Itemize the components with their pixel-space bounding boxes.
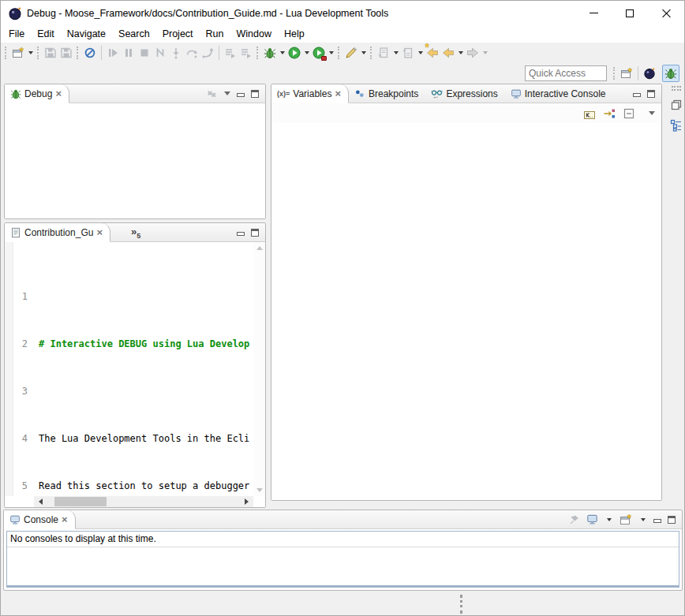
suspend-button[interactable]: [121, 44, 137, 62]
show-type-names-icon[interactable]: [583, 107, 596, 120]
use-step-filters-button[interactable]: [223, 44, 238, 62]
line-text[interactable]: Read this section to setup a debugger: [33, 480, 253, 492]
quick-access-input[interactable]: [525, 65, 607, 81]
tab-console[interactable]: Console ×: [4, 510, 76, 529]
skip-all-breakpoints-button[interactable]: [82, 44, 98, 62]
resume-button[interactable]: [105, 44, 121, 62]
back-button[interactable]: [440, 44, 456, 62]
menu-item[interactable]: File: [2, 26, 31, 42]
tab-breakpoints[interactable]: Breakpoints: [349, 84, 425, 103]
dropdown-arrow-icon[interactable]: [459, 51, 463, 54]
editor-body[interactable]: 1 2 # Interactive DEBUG using Lua Develo…: [5, 242, 265, 507]
scroll-right-icon[interactable]: [245, 498, 249, 505]
view-menu-icon[interactable]: [224, 91, 230, 95]
minimize-view-icon[interactable]: [237, 90, 245, 97]
dropdown-arrow-icon[interactable]: [361, 51, 366, 54]
scrollbar-thumb[interactable]: [54, 497, 107, 506]
previous-annotation-button[interactable]: [400, 44, 416, 62]
dropdown-arrow-icon[interactable]: [280, 51, 285, 54]
tab-interactive-console[interactable]: Interactive Console: [505, 84, 613, 103]
debug-perspective-button[interactable]: [662, 65, 679, 82]
save-all-button[interactable]: [58, 44, 74, 62]
debug-button[interactable]: [262, 44, 278, 62]
remove-all-terminated-icon[interactable]: [207, 88, 218, 99]
close-button[interactable]: [648, 1, 684, 25]
menu-item[interactable]: Window: [230, 26, 278, 42]
minimize-button[interactable]: [575, 1, 612, 25]
maximize-view-icon[interactable]: [251, 90, 259, 98]
minimize-view-icon[interactable]: [237, 229, 245, 236]
dropdown-arrow-icon[interactable]: [418, 51, 423, 54]
save-button[interactable]: [43, 44, 58, 62]
line-text[interactable]: [33, 291, 253, 303]
scroll-down-icon[interactable]: [256, 488, 263, 492]
show-logical-structure-icon[interactable]: [603, 107, 616, 120]
external-tools-button[interactable]: [311, 44, 327, 62]
view-menu-icon[interactable]: [649, 111, 655, 115]
console-content[interactable]: No consoles to display at this time.: [6, 531, 679, 588]
maximize-view-icon[interactable]: [668, 516, 676, 524]
open-search-dialog-button[interactable]: [343, 44, 359, 62]
scroll-up-icon[interactable]: [256, 246, 263, 250]
close-tab-icon[interactable]: ×: [335, 90, 341, 98]
open-console-icon[interactable]: [619, 513, 632, 526]
outline-view-icon[interactable]: [670, 119, 683, 132]
ldt-perspective-button[interactable]: [642, 65, 657, 82]
disconnect-icon: [154, 47, 167, 59]
run-button[interactable]: [286, 44, 302, 62]
forward-icon: [466, 47, 479, 59]
collapse-all-icon[interactable]: [623, 107, 635, 120]
line-text[interactable]: The Lua Development Tools in the Ecli: [33, 433, 253, 445]
horizontal-scrollbar[interactable]: [34, 496, 253, 507]
new-wizard-button[interactable]: [10, 44, 26, 62]
display-selected-console-icon[interactable]: [586, 513, 598, 525]
search-icon: [345, 47, 357, 59]
disconnect-button[interactable]: [152, 44, 168, 62]
menu-item[interactable]: Help: [278, 26, 311, 42]
dropdown-arrow-icon[interactable]: [607, 518, 612, 521]
scroll-left-icon[interactable]: [39, 498, 43, 505]
open-perspective-button[interactable]: [619, 65, 634, 82]
drop-to-frame-button[interactable]: [238, 44, 254, 62]
dropdown-arrow-icon[interactable]: [641, 518, 646, 521]
dropdown-arrow-icon[interactable]: [394, 51, 399, 54]
sash-drag-handle[interactable]: [460, 595, 462, 614]
step-over-button[interactable]: [184, 44, 200, 62]
maximize-button[interactable]: [612, 1, 648, 25]
tab-contribution-guide[interactable]: Contribution_Gu ×: [5, 223, 110, 242]
tab-expressions[interactable]: Expressions: [425, 84, 504, 103]
tab-debug[interactable]: Debug ×: [5, 84, 69, 103]
dropdown-arrow-icon[interactable]: [483, 51, 488, 54]
terminate-button[interactable]: [137, 44, 152, 62]
more-editors-icon[interactable]: »5: [131, 226, 140, 240]
step-into-button[interactable]: [168, 44, 184, 62]
tab-variables[interactable]: (x)= Variables ×: [271, 84, 349, 103]
line-text[interactable]: [33, 386, 253, 398]
variables-view-content[interactable]: [271, 123, 661, 500]
maximize-view-icon[interactable]: [647, 90, 655, 98]
next-annotation-button[interactable]: [376, 44, 391, 62]
minimize-view-icon[interactable]: [633, 90, 641, 97]
menu-item[interactable]: Search: [112, 26, 156, 42]
close-tab-icon[interactable]: ×: [96, 229, 103, 237]
step-return-button[interactable]: [200, 44, 215, 62]
close-tab-icon[interactable]: ×: [62, 516, 68, 524]
forward-button[interactable]: [465, 44, 481, 62]
line-text[interactable]: # Interactive DEBUG using Lua Develop: [33, 338, 253, 350]
restore-views-icon[interactable]: [670, 99, 683, 111]
close-tab-icon[interactable]: ×: [55, 90, 62, 98]
dropdown-arrow-icon[interactable]: [329, 51, 334, 54]
menu-item[interactable]: Navigate: [61, 26, 112, 42]
minimize-view-icon[interactable]: [653, 516, 661, 523]
drag-handle[interactable]: [672, 86, 681, 91]
dropdown-arrow-icon[interactable]: [28, 51, 33, 54]
menu-item[interactable]: Project: [156, 26, 200, 42]
maximize-view-icon[interactable]: [251, 229, 259, 237]
last-edit-location-button[interactable]: [425, 44, 440, 62]
dropdown-arrow-icon[interactable]: [305, 51, 309, 54]
menu-item[interactable]: Edit: [31, 26, 61, 42]
vertical-scrollbar[interactable]: [253, 242, 265, 496]
pin-console-icon[interactable]: [569, 514, 580, 525]
debug-view-content[interactable]: [5, 103, 265, 218]
menu-item[interactable]: Run: [200, 26, 230, 42]
